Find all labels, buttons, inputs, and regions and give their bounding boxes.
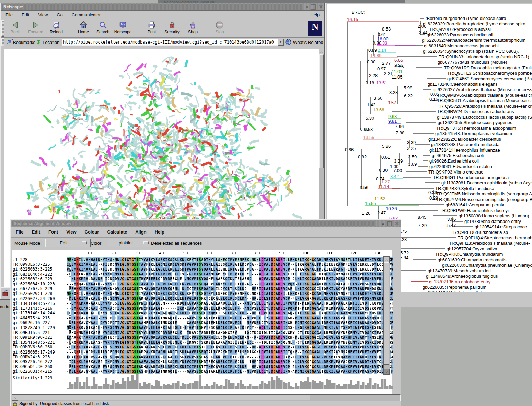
menu-help[interactable]: Help	[155, 229, 164, 235]
tree-leaf-label[interactable]: TR:Q9I6G1:Pseudomonas aeruginosa	[433, 175, 509, 180]
scroll-up-icon[interactable]: △	[384, 257, 390, 263]
tree-leaf-label[interactable]: TR:Q9C5D1:Arabidopsis thaliana (Mouse-ea…	[437, 98, 532, 103]
sequence-name[interactable]: gi:1173141:5-216	[13, 306, 55, 311]
tree-leaf-label[interactable]: gi:6226029:Borrelia burgdorferi (Lyme di…	[423, 21, 525, 26]
tree-leaf-label[interactable]: TR:Q9HN33:Halobacterium sp (strain NRC-1…	[439, 54, 530, 59]
tree-leaf-label[interactable]: gi:11387081:Buchnera aphidicola (subsp A…	[441, 180, 532, 186]
sequence-name[interactable]: TR:Q9C5D1:30-260	[13, 364, 55, 369]
tree-leaf-label[interactable]: TR:Q9PKI0:Chlamydia muridarum	[435, 252, 503, 257]
scroll-left-icon[interactable]: ◁	[12, 395, 18, 401]
sequence-name[interactable]: gi:13878749:1-220	[13, 325, 55, 330]
menu-align[interactable]: Align	[135, 229, 147, 235]
tree-leaf-label[interactable]: gi:6831639:Chlamydia trachomatis	[438, 257, 507, 262]
tree-leaf-label[interactable]: gi:13541548:Thermoplasma volcanium	[435, 131, 512, 136]
tree-leaf-label[interactable]: gi:13622055:Streptococcus pyogenes	[438, 120, 512, 125]
sequence-name[interactable]: TR:Q9S726:46-272	[13, 359, 55, 364]
home-button[interactable]: Home	[74, 20, 92, 36]
menu-file[interactable]: File	[16, 229, 23, 235]
tree-leaf-label[interactable]: gi:464675:Escherichia coli	[432, 153, 484, 158]
tree-leaf-label[interactable]: gi:13431848:Pasteurella multocida	[431, 142, 500, 147]
bookmarks-chevron-icon[interactable]: ▼	[11, 38, 13, 41]
tree-leaf-label[interactable]: TR:Q9RED6:Burkholderia sp	[451, 230, 508, 235]
minimize-icon[interactable]	[382, 223, 384, 225]
tree-leaf-label[interactable]: gi:13878749:Lactococcus lactis (subsp la…	[437, 115, 532, 120]
tree-leaf-label[interactable]: gi:1173140:Caenorhabditis elegans	[428, 82, 498, 87]
tree-leaf-label[interactable]: gi:96026:Escherichia coli	[429, 158, 479, 164]
tree-leaf-label[interactable]: gi:13423822:Caulobacter crescentus	[428, 136, 501, 142]
print-button[interactable]: Print	[143, 20, 161, 36]
url-dropdown-button[interactable]: ▼	[278, 39, 284, 46]
tree-leaf-label[interactable]: gi:11498548:Archaeoglobus fulgidus	[426, 274, 498, 279]
tree-leaf-label[interactable]: gi:13702136:no database entry	[429, 279, 491, 284]
menu-file[interactable]: File	[5, 12, 13, 17]
tree-leaf-label[interactable]: TR:Q9JTM5:Neisseria meningitidis (serogr…	[436, 191, 532, 196]
sequence-name[interactable]: TR:Q9M8V6:30-260	[13, 345, 55, 349]
desktop-app-icon[interactable]	[1, 287, 11, 300]
tree-leaf-label[interactable]: TR:Q9M8V6:Arabidopsis thaliana (Mouse-ea…	[437, 93, 532, 98]
color-dropdown[interactable]: pinktint	[108, 239, 152, 247]
sequence-name[interactable]: gi:13541548:5-221	[13, 340, 55, 345]
alignment-titlebar[interactable]: Sequence Alignment Window ✕	[11, 220, 401, 227]
sequence-name[interactable]: gi:96026:16-227	[13, 320, 55, 325]
tree-leaf-label[interactable]: TR:Q9RW24:Deinococcus radiodurans	[437, 109, 514, 114]
whats-related-label[interactable]: What's Related	[293, 40, 323, 45]
tree-leaf-label[interactable]: TR:Q9UTL3:Schizosaccharomyces pombe (F	[447, 71, 532, 76]
sequence-name[interactable]: gi:6226031:4-215	[13, 369, 55, 374]
alignment-vscrollbar[interactable]: △ ▽	[383, 256, 390, 375]
close-icon[interactable]: ✕	[319, 4, 323, 9]
tree-leaf-label[interactable]: gi:6831640:Methanococcus jannaschii	[424, 43, 500, 48]
tree-leaf-label[interactable]: TR:Q9KP93:Vibrio cholerae	[428, 169, 483, 175]
tree-leaf-label[interactable]: gi:13814163:Sulfolobus solfataricus	[423, 290, 494, 292]
tree-leaf-label[interactable]: TR:Q9W1R9:Drosophila melanogaster (Fruit…	[444, 65, 532, 70]
tree-leaf-label[interactable]: gi:6226034:Synechocystis sp (strain PCC …	[423, 49, 519, 54]
sequence-name[interactable]: TR:Q9RW24:3-223	[13, 355, 55, 359]
scrollbar-thumb[interactable]	[18, 395, 310, 400]
netscape-titlebar[interactable]: Netscape: ✕	[1, 3, 324, 11]
tree-leaf-label[interactable]: TR:Q9S726:Arabidopsis thaliana (Mouse-ea…	[438, 104, 532, 109]
tree-leaf-label[interactable]: TR:Q9V0L6:Pyrococcus abyssi	[429, 27, 491, 32]
tree-leaf-label[interactable]: gi:6226030:Chlamydia pneumoniae (Chlamyd…	[442, 263, 532, 268]
tree-leaf-label[interactable]: gi:6226032:Methanobacterium thermoautotr…	[422, 38, 525, 43]
sequence-name[interactable]: gi:6831640:4-222	[13, 272, 55, 277]
scrollbar-thumb[interactable]	[384, 262, 389, 365]
sequence-name[interactable]: :1-228	[13, 257, 55, 262]
tree-leaf-label[interactable]: TR:Q9RPW9:Haemophilus ducreyi	[440, 208, 509, 213]
menu-font[interactable]: Font	[48, 229, 58, 235]
shop-button[interactable]: @Shop	[184, 20, 202, 36]
tree-leaf-label[interactable]: gi:6226031:Edwardsiella ictaluri	[429, 164, 492, 169]
tree-leaf-label[interactable]: gi:6226027:Arabidopsis thaliana (Mouse-e…	[433, 87, 532, 92]
menu-help[interactable]: Help	[310, 12, 320, 17]
tree-leaf-label[interactable]: gi:6324669:Saccharomyces cerevisiae (Bak…	[447, 76, 532, 81]
menu-view[interactable]: View	[38, 12, 48, 17]
desktop-icon-label[interactable]: andra	[0, 304, 11, 309]
mouse-mode-dropdown[interactable]: Edit	[45, 239, 91, 247]
sequence-name[interactable]: gi:464675:4-215	[13, 315, 55, 320]
tree-leaf-label[interactable]: TR:Q9FI13:Arabidopsis thaliana (Mouse-	[449, 241, 530, 246]
reload-button[interactable]: Reload	[47, 20, 65, 36]
whats-related-globe-icon[interactable]	[285, 39, 292, 46]
netscape-logo[interactable]: N	[308, 21, 322, 36]
sequence-name[interactable]: gi:6226034:10-223	[13, 282, 55, 286]
menu-communicator[interactable]: Communicator	[72, 12, 101, 17]
menu-calculate[interactable]: Calculate	[107, 229, 127, 235]
menu-view[interactable]: View	[66, 229, 76, 235]
toolbar-grip[interactable]	[1, 20, 4, 37]
tree-leaf-label[interactable]: TR:Q9EUQ4:Streptococcus thermoph	[458, 235, 532, 240]
tree-leaf-label[interactable]: gi:6677767:Mus musculus (Mouse)	[438, 60, 507, 65]
sequence-name[interactable]: gi:6226027:34-260	[13, 296, 55, 301]
tree-leaf-label[interactable]: gi:12957704:Oryza sativa	[447, 246, 497, 251]
maximize-icon[interactable]	[311, 4, 316, 10]
menu-go[interactable]: Go	[57, 12, 62, 17]
close-icon[interactable]: ✕	[395, 221, 399, 226]
minimize-icon[interactable]	[306, 6, 308, 8]
tree-leaf-label[interactable]: TR:Q9HJT5:Thermoplasma acidophilum	[436, 126, 516, 131]
sequence-name[interactable]: TR:Q9HJT5:5-221	[13, 330, 55, 335]
sequence-name-column[interactable]: :1-228TR:Q9V0L6:3-225gi:6226033:3-225gi:…	[13, 257, 55, 374]
netscape-button[interactable]: MyNetscape	[114, 20, 132, 36]
sequence-name[interactable]: gi:6226033:3-225	[13, 267, 55, 272]
tree-leaf-label[interactable]: gi:13470739:Mesorhizobium loti	[428, 268, 491, 273]
protein-ribbon-image[interactable]	[4, 49, 318, 226]
tree-leaf-label[interactable]: gi:147808:no database entry	[464, 219, 521, 224]
sequence-name[interactable]: gi:6677767:5-229	[13, 286, 55, 291]
sequence-name[interactable]: gi:6226035:17-249	[13, 350, 55, 355]
